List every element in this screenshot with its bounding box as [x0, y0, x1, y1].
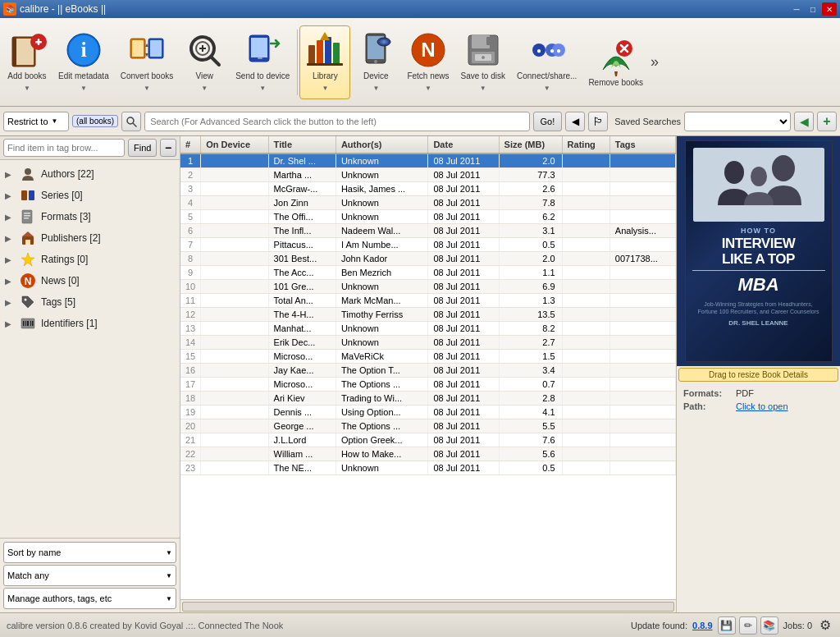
- saved-searches-back[interactable]: ◀: [794, 112, 814, 131]
- horizontal-scrollbar[interactable]: [182, 602, 674, 612]
- title-bar-controls[interactable]: ─ □ ✕: [789, 2, 837, 16]
- status-icon-2[interactable]: ✏: [739, 616, 757, 635]
- add-books-button[interactable]: Add books ▼: [2, 25, 52, 99]
- fetch-news-button[interactable]: N Fetch news ▼: [401, 25, 454, 99]
- table-row[interactable]: 17 Microso... The Options ... 08 Jul 201…: [180, 378, 676, 392]
- table-scroll-bottom[interactable]: [180, 599, 676, 612]
- series-icon: [20, 187, 36, 204]
- advanced-search-button[interactable]: [121, 112, 141, 131]
- col-rating-cell: [562, 392, 609, 406]
- sidebar-item-formats[interactable]: ▶ Formats [3]: [0, 206, 180, 227]
- sidebar-item-ratings[interactable]: ▶ Ratings [0]: [0, 249, 180, 270]
- table-row[interactable]: 12 The 4-H... Timothy Ferriss 08 Jul 201…: [180, 308, 676, 322]
- col-date[interactable]: Date: [428, 136, 499, 154]
- col-on-device[interactable]: On Device: [201, 136, 268, 154]
- remove-books-icon: [596, 37, 636, 76]
- connect-share-button[interactable]: ● ● ● Connect/share... ▼: [511, 25, 582, 99]
- table-row[interactable]: 18 Ari Kiev Trading to Wi... 08 Jul 2011…: [180, 392, 676, 406]
- sort-by-dropdown[interactable]: Sort by name ▼: [3, 542, 176, 563]
- path-value[interactable]: Click to open: [736, 401, 788, 411]
- view-arrow[interactable]: ▼: [199, 83, 209, 94]
- table-row[interactable]: 9 The Acc... Ben Mezrich 08 Jul 2011 1.1: [180, 266, 676, 280]
- col-rating[interactable]: Rating: [562, 136, 609, 154]
- connect-share-arrow[interactable]: ▼: [542, 83, 552, 94]
- device-button[interactable]: Device ▼: [350, 25, 401, 99]
- table-row[interactable]: 4 Jon Zinn Unknown 08 Jul 2011 7.8: [180, 196, 676, 210]
- table-row[interactable]: 1 Dr. Shel ... Unknown 08 Jul 2011 2.0: [180, 154, 676, 168]
- device-arrow[interactable]: ▼: [371, 83, 381, 94]
- all-books-badge[interactable]: (all books): [72, 115, 118, 127]
- sidebar-item-publishers[interactable]: ▶ Publishers [2]: [0, 227, 180, 249]
- convert-books-button[interactable]: Convert books ▼: [115, 25, 179, 99]
- sidebar-item-tags[interactable]: ▶ Tags [5]: [0, 291, 180, 313]
- table-row[interactable]: 14 Erik Dec... Unknown 08 Jul 2011 2.7: [180, 336, 676, 350]
- table-row[interactable]: 21 J.L.Lord Option Greek... 08 Jul 2011 …: [180, 433, 676, 447]
- minimize-button[interactable]: ─: [789, 2, 804, 16]
- table-row[interactable]: 16 Jay Kae... The Option T... 08 Jul 201…: [180, 364, 676, 378]
- formats-icon: [20, 209, 36, 225]
- svg-rect-69: [27, 321, 29, 326]
- view-button[interactable]: View ▼: [179, 25, 230, 99]
- saved-searches-add[interactable]: +: [817, 112, 837, 131]
- remove-books-button[interactable]: Remove books: [582, 25, 649, 99]
- convert-books-arrow[interactable]: ▼: [142, 83, 152, 94]
- restrict-to-dropdown[interactable]: Restrict to ▼: [3, 112, 69, 131]
- update-version[interactable]: 0.8.9: [692, 621, 712, 630]
- book-table-container[interactable]: # On Device Title Author(s) Date Size (M…: [180, 136, 676, 599]
- table-row[interactable]: 6 The Infl... Nadeem Wal... 08 Jul 2011 …: [180, 224, 676, 238]
- status-icon-3[interactable]: 📚: [760, 616, 778, 635]
- col-tags-cell: [609, 392, 675, 406]
- table-row[interactable]: 22 William ... How to Make... 08 Jul 201…: [180, 447, 676, 461]
- close-button[interactable]: ✕: [822, 2, 837, 16]
- send-to-device-button[interactable]: Send to device ▼: [230, 25, 295, 99]
- col-num[interactable]: #: [180, 136, 201, 154]
- col-rating-cell: [562, 322, 609, 336]
- col-size-cell: 2.8: [499, 392, 562, 406]
- authors-arrow: ▶: [5, 170, 15, 179]
- save-to-disk-button[interactable]: Save to disk ▼: [455, 25, 511, 99]
- saved-searches-dropdown[interactable]: [684, 112, 791, 131]
- add-books-arrow[interactable]: ▼: [22, 83, 32, 94]
- search-flag-button[interactable]: 🏳: [588, 112, 608, 131]
- edit-metadata-arrow[interactable]: ▼: [79, 83, 89, 94]
- table-row[interactable]: 20 George ... The Options ... 08 Jul 201…: [180, 419, 676, 433]
- match-any-dropdown[interactable]: Match any ▼: [3, 565, 176, 586]
- drag-resize-bar[interactable]: Drag to resize Book Details: [678, 368, 838, 382]
- table-row[interactable]: 2 Martha ... Unknown 08 Jul 2011 77.3: [180, 168, 676, 182]
- table-row[interactable]: 13 Manhat... Unknown 08 Jul 2011 8.2: [180, 322, 676, 336]
- tag-browser-search-input[interactable]: [3, 139, 125, 157]
- table-row[interactable]: 8 301 Best... John Kador 08 Jul 2011 2.0…: [180, 252, 676, 266]
- table-row[interactable]: 10 101 Gre... Unknown 08 Jul 2011 6.9: [180, 280, 676, 294]
- col-size[interactable]: Size (MB): [499, 136, 562, 154]
- library-button[interactable]: Library ▼: [299, 25, 350, 99]
- fetch-news-arrow[interactable]: ▼: [423, 83, 433, 94]
- col-author[interactable]: Author(s): [336, 136, 427, 154]
- sidebar-item-series[interactable]: ▶ Series [0]: [0, 185, 180, 206]
- go-button[interactable]: Go!: [533, 112, 563, 131]
- table-row[interactable]: 7 Pittacus... I Am Numbe... 08 Jul 2011 …: [180, 238, 676, 252]
- sidebar-item-authors[interactable]: ▶ Authors [22]: [0, 163, 180, 185]
- col-tags[interactable]: Tags: [609, 136, 675, 154]
- more-button[interactable]: »: [649, 52, 660, 72]
- search-input[interactable]: [144, 112, 529, 131]
- col-on-device-cell: [201, 461, 268, 475]
- edit-metadata-button[interactable]: i Edit metadata ▼: [52, 25, 115, 99]
- send-to-device-arrow[interactable]: ▼: [258, 83, 267, 94]
- search-back-button[interactable]: ◀: [565, 112, 585, 131]
- manage-dropdown[interactable]: Manage authors, tags, etc ▼: [3, 588, 176, 609]
- status-icon-1[interactable]: 💾: [718, 616, 736, 635]
- library-arrow[interactable]: ▼: [320, 83, 330, 94]
- table-row[interactable]: 5 The Offi... Unknown 08 Jul 2011 6.2: [180, 210, 676, 224]
- collapse-button[interactable]: −: [160, 139, 176, 157]
- find-button[interactable]: Find: [128, 139, 157, 157]
- table-row[interactable]: 3 McGraw-... Hasik, James ... 08 Jul 201…: [180, 182, 676, 196]
- save-to-disk-arrow[interactable]: ▼: [478, 83, 488, 94]
- table-row[interactable]: 23 The NE... Unknown 08 Jul 2011 0.5: [180, 461, 676, 475]
- sidebar-item-identifiers[interactable]: ▶ Identifiers [1]: [0, 313, 180, 334]
- table-row[interactable]: 15 Microso... MaVeRiCk 08 Jul 2011 1.5: [180, 350, 676, 364]
- table-row[interactable]: 19 Dennis ... Using Option... 08 Jul 201…: [180, 406, 676, 419]
- sidebar-item-news[interactable]: ▶ N News [0]: [0, 270, 180, 291]
- col-title[interactable]: Title: [268, 136, 336, 154]
- maximize-button[interactable]: □: [806, 2, 820, 16]
- table-row[interactable]: 11 Total An... Mark McMan... 08 Jul 2011…: [180, 294, 676, 308]
